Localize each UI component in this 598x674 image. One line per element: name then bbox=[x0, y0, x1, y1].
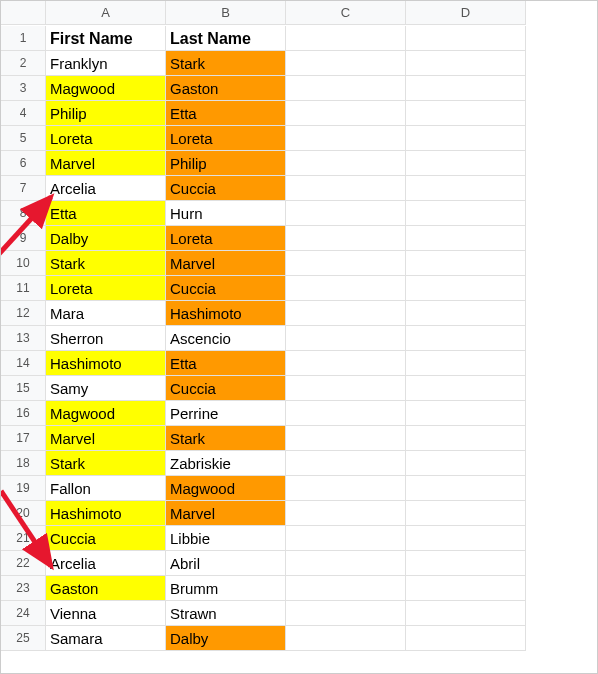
cell-d14[interactable] bbox=[406, 351, 526, 376]
cell-a3[interactable]: Magwood bbox=[46, 76, 166, 101]
cell-a8[interactable]: Etta bbox=[46, 201, 166, 226]
cell-d13[interactable] bbox=[406, 326, 526, 351]
row-header-22[interactable]: 22 bbox=[1, 551, 46, 576]
row-header-7[interactable]: 7 bbox=[1, 176, 46, 201]
row-header-1[interactable]: 1 bbox=[1, 26, 46, 51]
cell-b19[interactable]: Magwood bbox=[166, 476, 286, 501]
cell-d24[interactable] bbox=[406, 601, 526, 626]
row-header-18[interactable]: 18 bbox=[1, 451, 46, 476]
cell-b15[interactable]: Cuccia bbox=[166, 376, 286, 401]
cell-c2[interactable] bbox=[286, 51, 406, 76]
row-header-20[interactable]: 20 bbox=[1, 501, 46, 526]
row-header-23[interactable]: 23 bbox=[1, 576, 46, 601]
row-header-11[interactable]: 11 bbox=[1, 276, 46, 301]
cell-b10[interactable]: Marvel bbox=[166, 251, 286, 276]
row-header-12[interactable]: 12 bbox=[1, 301, 46, 326]
row-header-8[interactable]: 8 bbox=[1, 201, 46, 226]
cell-c20[interactable] bbox=[286, 501, 406, 526]
cell-a13[interactable]: Sherron bbox=[46, 326, 166, 351]
cell-b23[interactable]: Brumm bbox=[166, 576, 286, 601]
cell-c15[interactable] bbox=[286, 376, 406, 401]
cell-d19[interactable] bbox=[406, 476, 526, 501]
cell-b9[interactable]: Loreta bbox=[166, 226, 286, 251]
cell-a10[interactable]: Stark bbox=[46, 251, 166, 276]
cell-d9[interactable] bbox=[406, 226, 526, 251]
cell-a9[interactable]: Dalby bbox=[46, 226, 166, 251]
cell-b7[interactable]: Cuccia bbox=[166, 176, 286, 201]
cell-c3[interactable] bbox=[286, 76, 406, 101]
cell-d7[interactable] bbox=[406, 176, 526, 201]
row-header-5[interactable]: 5 bbox=[1, 126, 46, 151]
col-header-a[interactable]: A bbox=[46, 1, 166, 25]
cell-a24[interactable]: Vienna bbox=[46, 601, 166, 626]
row-header-17[interactable]: 17 bbox=[1, 426, 46, 451]
cell-a18[interactable]: Stark bbox=[46, 451, 166, 476]
cell-a11[interactable]: Loreta bbox=[46, 276, 166, 301]
cell-d17[interactable] bbox=[406, 426, 526, 451]
cell-b14[interactable]: Etta bbox=[166, 351, 286, 376]
cell-c5[interactable] bbox=[286, 126, 406, 151]
cell-a25[interactable]: Samara bbox=[46, 626, 166, 651]
row-header-19[interactable]: 19 bbox=[1, 476, 46, 501]
row-header-4[interactable]: 4 bbox=[1, 101, 46, 126]
cell-c22[interactable] bbox=[286, 551, 406, 576]
cell-b8[interactable]: Hurn bbox=[166, 201, 286, 226]
row-header-13[interactable]: 13 bbox=[1, 326, 46, 351]
cell-d4[interactable] bbox=[406, 101, 526, 126]
col-header-d[interactable]: D bbox=[406, 1, 526, 25]
cell-c21[interactable] bbox=[286, 526, 406, 551]
spreadsheet-grid[interactable]: ABCD1First NameLast Name2FranklynStark3M… bbox=[1, 1, 598, 651]
row-header-15[interactable]: 15 bbox=[1, 376, 46, 401]
cell-c8[interactable] bbox=[286, 201, 406, 226]
cell-a12[interactable]: Mara bbox=[46, 301, 166, 326]
cell-b16[interactable]: Perrine bbox=[166, 401, 286, 426]
row-header-3[interactable]: 3 bbox=[1, 76, 46, 101]
cell-b4[interactable]: Etta bbox=[166, 101, 286, 126]
cell-d2[interactable] bbox=[406, 51, 526, 76]
cell-d21[interactable] bbox=[406, 526, 526, 551]
row-header-10[interactable]: 10 bbox=[1, 251, 46, 276]
cell-a20[interactable]: Hashimoto bbox=[46, 501, 166, 526]
cell-a14[interactable]: Hashimoto bbox=[46, 351, 166, 376]
cell-b5[interactable]: Loreta bbox=[166, 126, 286, 151]
cell-b18[interactable]: Zabriskie bbox=[166, 451, 286, 476]
cell-a5[interactable]: Loreta bbox=[46, 126, 166, 151]
cell-c25[interactable] bbox=[286, 626, 406, 651]
cell-a23[interactable]: Gaston bbox=[46, 576, 166, 601]
cell-b3[interactable]: Gaston bbox=[166, 76, 286, 101]
select-all-corner[interactable] bbox=[1, 1, 46, 25]
cell-d11[interactable] bbox=[406, 276, 526, 301]
cell-d1[interactable] bbox=[406, 26, 526, 51]
cell-a7[interactable]: Arcelia bbox=[46, 176, 166, 201]
row-header-16[interactable]: 16 bbox=[1, 401, 46, 426]
cell-d3[interactable] bbox=[406, 76, 526, 101]
cell-d8[interactable] bbox=[406, 201, 526, 226]
cell-b13[interactable]: Ascencio bbox=[166, 326, 286, 351]
cell-b17[interactable]: Stark bbox=[166, 426, 286, 451]
cell-a1[interactable]: First Name bbox=[46, 26, 166, 51]
row-header-24[interactable]: 24 bbox=[1, 601, 46, 626]
cell-a22[interactable]: Arcelia bbox=[46, 551, 166, 576]
cell-b24[interactable]: Strawn bbox=[166, 601, 286, 626]
cell-b22[interactable]: Abril bbox=[166, 551, 286, 576]
cell-a2[interactable]: Franklyn bbox=[46, 51, 166, 76]
cell-c24[interactable] bbox=[286, 601, 406, 626]
cell-d10[interactable] bbox=[406, 251, 526, 276]
cell-c6[interactable] bbox=[286, 151, 406, 176]
cell-c16[interactable] bbox=[286, 401, 406, 426]
cell-a15[interactable]: Samy bbox=[46, 376, 166, 401]
cell-d18[interactable] bbox=[406, 451, 526, 476]
cell-d6[interactable] bbox=[406, 151, 526, 176]
cell-a19[interactable]: Fallon bbox=[46, 476, 166, 501]
cell-b12[interactable]: Hashimoto bbox=[166, 301, 286, 326]
cell-c23[interactable] bbox=[286, 576, 406, 601]
cell-a16[interactable]: Magwood bbox=[46, 401, 166, 426]
cell-b6[interactable]: Philip bbox=[166, 151, 286, 176]
col-header-c[interactable]: C bbox=[286, 1, 406, 25]
cell-c9[interactable] bbox=[286, 226, 406, 251]
cell-a6[interactable]: Marvel bbox=[46, 151, 166, 176]
cell-c10[interactable] bbox=[286, 251, 406, 276]
cell-b20[interactable]: Marvel bbox=[166, 501, 286, 526]
row-header-9[interactable]: 9 bbox=[1, 226, 46, 251]
cell-c17[interactable] bbox=[286, 426, 406, 451]
